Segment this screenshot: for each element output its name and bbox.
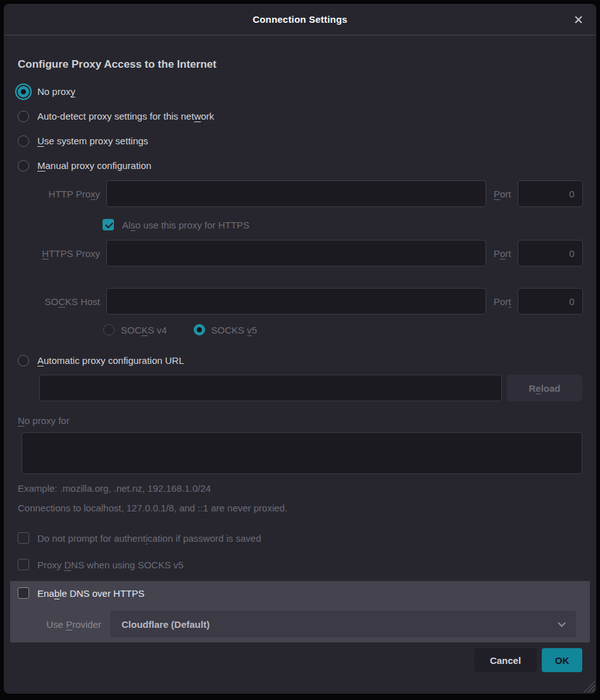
enable-doh-label: Enable DNS over HTTPS: [37, 588, 144, 599]
resize-grip[interactable]: [584, 681, 595, 692]
dialog-content: Configure Proxy Access to the Internet N…: [4, 58, 596, 672]
radio-icon-auto-url[interactable]: [18, 355, 29, 366]
http-proxy-row: HTTP Proxy Port: [18, 180, 582, 207]
radio-auto-detect[interactable]: Auto-detect proxy settings for this netw…: [18, 104, 582, 128]
dialog-titlebar: Connection Settings ✕: [4, 4, 596, 35]
page-title: Configure Proxy Access to the Internet: [18, 58, 582, 71]
reload-button: Reload: [507, 375, 582, 401]
radio-icon-socks-v5: [194, 324, 205, 335]
radio-label-auto-detect: Auto-detect proxy settings for this netw…: [37, 111, 214, 122]
https-proxy-row: HTTPS Proxy Port: [18, 240, 582, 266]
provider-dropdown: Cloudflare (Default): [110, 611, 576, 637]
also-https-checkbox-row: Also use this proxy for HTTPS: [18, 219, 582, 230]
radio-no-proxy[interactable]: No proxy: [18, 79, 582, 104]
provider-row: Use Provider Cloudflare (Default): [18, 611, 576, 637]
ok-button[interactable]: OK: [542, 648, 582, 672]
radio-icon-system-proxy[interactable]: [18, 135, 29, 147]
socks-port-label: Port: [490, 296, 514, 307]
radio-label-system-proxy: Use system proxy settings: [37, 135, 148, 146]
radio-label-manual-proxy: Manual proxy configuration: [37, 160, 151, 171]
dialog-title: Connection Settings: [253, 14, 347, 25]
http-proxy-label: HTTP Proxy: [18, 189, 103, 199]
no-prompt-auth-checkbox-row: Do not prompt for authentication if pass…: [18, 532, 582, 544]
radio-socks-v4: SOCKS v4: [103, 324, 167, 335]
radio-label-auto-url: Automatic proxy configuration URL: [37, 355, 184, 366]
https-port-input: [518, 240, 583, 266]
radio-manual-proxy[interactable]: Manual proxy configuration: [18, 153, 582, 178]
auto-url-row: Reload: [39, 375, 582, 401]
also-https-label: Also use this proxy for HTTPS: [122, 220, 249, 230]
socks-version-radiogroup: SOCKS v4 SOCKS v5: [18, 323, 582, 337]
radio-system-proxy[interactable]: Use system proxy settings: [18, 128, 582, 153]
radio-icon-no-proxy[interactable]: [18, 86, 29, 97]
proxy-dns-checkbox: [18, 559, 29, 570]
auto-url-input: [39, 375, 502, 401]
radio-socks-v5: SOCKS v5: [194, 324, 258, 335]
proxy-mode-radiogroup: No proxy Auto-detect proxy settings for …: [18, 79, 582, 178]
socks-host-input: [106, 288, 486, 315]
close-icon[interactable]: ✕: [570, 11, 587, 28]
cancel-button[interactable]: Cancel: [474, 648, 537, 672]
socks-host-label: SOCKS Host: [18, 296, 103, 307]
no-proxy-for-label: No proxy for: [18, 415, 582, 426]
dialog-footer: Cancel OK: [18, 648, 582, 672]
localhost-note-text: Connections to localhost, 127.0.0.1/8, a…: [18, 503, 582, 513]
no-proxy-for-textarea: [22, 432, 582, 474]
chevron-down-icon: [558, 619, 566, 627]
provider-dropdown-value: Cloudflare (Default): [122, 619, 209, 630]
no-proxy-example-text: Example: .mozilla.org, .net.nz, 192.168.…: [18, 483, 582, 494]
connection-settings-dialog: Connection Settings ✕ Configure Proxy Ac…: [4, 4, 596, 694]
enable-doh-checkbox[interactable]: [18, 587, 29, 599]
also-https-checkbox: [103, 219, 114, 230]
https-proxy-label: HTTPS Proxy: [18, 248, 103, 259]
proxy-dns-label: Proxy DNS when using SOCKS v5: [37, 559, 184, 570]
radio-label-socks-v5: SOCKS v5: [211, 325, 258, 335]
no-prompt-auth-checkbox: [18, 532, 29, 544]
http-port-label: Port: [490, 189, 514, 199]
socks-port-input: [518, 288, 583, 315]
proxy-dns-checkbox-row: Proxy DNS when using SOCKS v5: [18, 559, 582, 570]
socks-host-row: SOCKS Host Port: [18, 288, 582, 315]
radio-label-socks-v4: SOCKS v4: [121, 325, 167, 335]
radio-icon-socks-v4: [103, 324, 115, 335]
https-proxy-input: [106, 240, 486, 266]
radio-icon-auto-detect[interactable]: [18, 111, 29, 122]
dns-over-https-section: Enable DNS over HTTPS Use Provider Cloud…: [10, 581, 590, 642]
no-prompt-auth-label: Do not prompt for authentication if pass…: [37, 533, 261, 544]
radio-label-no-proxy: No proxy: [37, 86, 75, 97]
radio-auto-url[interactable]: Automatic proxy configuration URL: [18, 348, 582, 373]
provider-label: Use Provider: [18, 619, 101, 630]
https-port-label: Port: [490, 248, 514, 259]
radio-icon-manual-proxy[interactable]: [18, 160, 29, 172]
enable-doh-checkbox-row[interactable]: Enable DNS over HTTPS: [18, 587, 576, 599]
http-proxy-input: [106, 180, 486, 207]
http-port-input: [518, 180, 583, 207]
